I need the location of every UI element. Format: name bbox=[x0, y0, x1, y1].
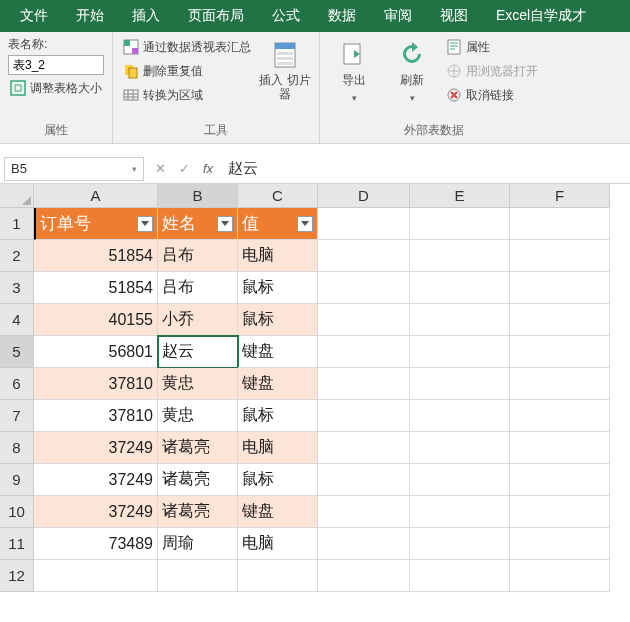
cell[interactable] bbox=[318, 560, 410, 592]
cell[interactable]: 51854 bbox=[34, 272, 158, 304]
cell[interactable]: 键盘 bbox=[238, 496, 318, 528]
menu-insert[interactable]: 插入 bbox=[118, 1, 174, 31]
cell[interactable] bbox=[510, 528, 610, 560]
cell[interactable] bbox=[410, 240, 510, 272]
cell[interactable] bbox=[510, 560, 610, 592]
filter-icon[interactable] bbox=[217, 216, 233, 232]
filter-icon[interactable] bbox=[297, 216, 313, 232]
insert-slicer-button[interactable]: 插入 切片器 bbox=[259, 36, 311, 106]
menu-home[interactable]: 开始 bbox=[62, 1, 118, 31]
cell[interactable] bbox=[510, 496, 610, 528]
cell[interactable]: 37249 bbox=[34, 496, 158, 528]
select-all-button[interactable] bbox=[0, 184, 34, 208]
cell[interactable]: 51854 bbox=[34, 240, 158, 272]
cell[interactable] bbox=[158, 560, 238, 592]
cell[interactable] bbox=[510, 464, 610, 496]
cell[interactable] bbox=[510, 336, 610, 368]
formula-cancel-button[interactable]: ✕ bbox=[148, 161, 172, 176]
menu-review[interactable]: 审阅 bbox=[370, 1, 426, 31]
cell[interactable]: 小乔 bbox=[158, 304, 238, 336]
cell[interactable] bbox=[410, 400, 510, 432]
cell[interactable]: 鼠标 bbox=[238, 400, 318, 432]
row-header-1[interactable]: 1 bbox=[0, 208, 34, 240]
cell[interactable] bbox=[510, 400, 610, 432]
cell[interactable] bbox=[510, 368, 610, 400]
cell[interactable] bbox=[238, 560, 318, 592]
cell[interactable]: 鼠标 bbox=[238, 272, 318, 304]
export-button[interactable]: 导出 ▾ bbox=[328, 36, 380, 106]
cell[interactable]: 37810 bbox=[34, 368, 158, 400]
menu-layout[interactable]: 页面布局 bbox=[174, 1, 258, 31]
col-header-B[interactable]: B bbox=[158, 184, 238, 208]
cell[interactable] bbox=[318, 272, 410, 304]
cell[interactable]: 37249 bbox=[34, 432, 158, 464]
col-header-D[interactable]: D bbox=[318, 184, 410, 208]
cell[interactable]: 37249 bbox=[34, 464, 158, 496]
cell[interactable] bbox=[410, 208, 510, 240]
cell[interactable]: 鼠标 bbox=[238, 464, 318, 496]
cell[interactable]: 周瑜 bbox=[158, 528, 238, 560]
formula-accept-button[interactable]: ✓ bbox=[172, 161, 196, 176]
row-header-6[interactable]: 6 bbox=[0, 368, 34, 400]
cell[interactable] bbox=[410, 560, 510, 592]
table-header-value[interactable]: 值 bbox=[238, 208, 318, 240]
cell[interactable] bbox=[318, 496, 410, 528]
cell[interactable] bbox=[410, 528, 510, 560]
cell[interactable] bbox=[318, 208, 410, 240]
cell[interactable] bbox=[318, 240, 410, 272]
cell[interactable]: 诸葛亮 bbox=[158, 496, 238, 528]
cell[interactable]: 电脑 bbox=[238, 432, 318, 464]
row-header-3[interactable]: 3 bbox=[0, 272, 34, 304]
pivot-summary-button[interactable]: 通过数据透视表汇总 bbox=[121, 36, 253, 58]
cell[interactable]: 吕布 bbox=[158, 272, 238, 304]
cell[interactable] bbox=[318, 400, 410, 432]
cell[interactable] bbox=[510, 208, 610, 240]
remove-duplicates-button[interactable]: 删除重复值 bbox=[121, 60, 253, 82]
table-name-input[interactable] bbox=[8, 55, 104, 75]
cell[interactable] bbox=[510, 432, 610, 464]
cell[interactable]: 键盘 bbox=[238, 368, 318, 400]
cell[interactable]: 黄忠 bbox=[158, 400, 238, 432]
menu-view[interactable]: 视图 bbox=[426, 1, 482, 31]
row-header-5[interactable]: 5 bbox=[0, 336, 34, 368]
cell[interactable] bbox=[318, 336, 410, 368]
cell[interactable] bbox=[318, 464, 410, 496]
cell[interactable] bbox=[410, 304, 510, 336]
col-header-F[interactable]: F bbox=[510, 184, 610, 208]
cell[interactable] bbox=[318, 432, 410, 464]
row-header-9[interactable]: 9 bbox=[0, 464, 34, 496]
convert-range-button[interactable]: 转换为区域 bbox=[121, 84, 253, 106]
cell[interactable]: 40155 bbox=[34, 304, 158, 336]
cell[interactable]: 诸葛亮 bbox=[158, 432, 238, 464]
row-header-11[interactable]: 11 bbox=[0, 528, 34, 560]
cell[interactable]: 电脑 bbox=[238, 240, 318, 272]
unlink-button[interactable]: 取消链接 bbox=[444, 84, 540, 106]
cell[interactable] bbox=[318, 528, 410, 560]
refresh-button[interactable]: 刷新 ▾ bbox=[386, 36, 438, 106]
cell[interactable] bbox=[510, 304, 610, 336]
resize-table-button[interactable]: 调整表格大小 bbox=[8, 77, 104, 99]
menu-formula[interactable]: 公式 bbox=[258, 1, 314, 31]
cell[interactable]: 电脑 bbox=[238, 528, 318, 560]
row-header-8[interactable]: 8 bbox=[0, 432, 34, 464]
name-box[interactable]: B5 ▾ bbox=[4, 157, 144, 181]
cell[interactable] bbox=[318, 304, 410, 336]
cell[interactable]: 赵云 bbox=[158, 336, 238, 368]
ext-properties-button[interactable]: 属性 bbox=[444, 36, 540, 58]
cell[interactable]: 吕布 bbox=[158, 240, 238, 272]
cell[interactable] bbox=[510, 240, 610, 272]
fx-button[interactable]: fx bbox=[196, 161, 220, 176]
row-header-2[interactable]: 2 bbox=[0, 240, 34, 272]
row-header-12[interactable]: 12 bbox=[0, 560, 34, 592]
menu-data[interactable]: 数据 bbox=[314, 1, 370, 31]
cell[interactable]: 37810 bbox=[34, 400, 158, 432]
cell[interactable] bbox=[410, 272, 510, 304]
cell[interactable] bbox=[318, 368, 410, 400]
cell[interactable]: 诸葛亮 bbox=[158, 464, 238, 496]
table-header-name[interactable]: 姓名 bbox=[158, 208, 238, 240]
row-header-4[interactable]: 4 bbox=[0, 304, 34, 336]
cell[interactable] bbox=[410, 432, 510, 464]
cell[interactable]: 黄忠 bbox=[158, 368, 238, 400]
table-header-order[interactable]: 订单号 bbox=[34, 208, 158, 240]
menu-file[interactable]: 文件 bbox=[6, 1, 62, 31]
